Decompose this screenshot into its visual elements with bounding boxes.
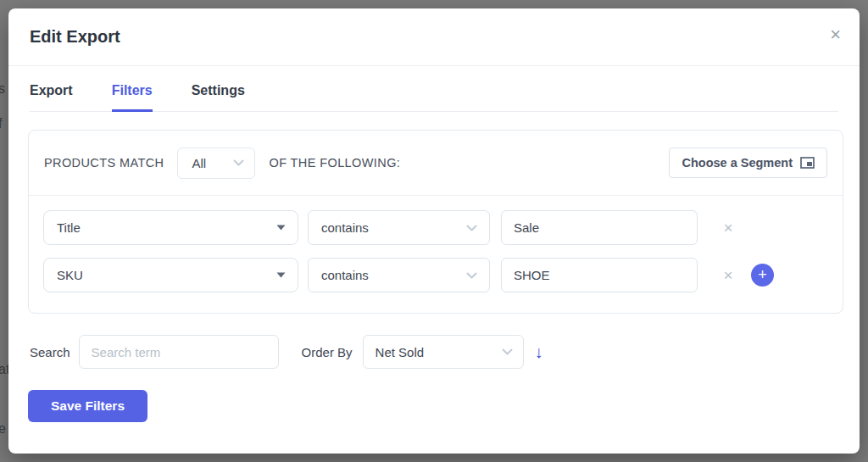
order-by-label: Order By: [302, 345, 353, 359]
filter-row: Title contains ×: [43, 210, 828, 245]
segment-icon: [800, 157, 815, 169]
filter-value-input[interactable]: [501, 210, 698, 245]
tab-bar: Export Filters Settings: [30, 66, 838, 112]
search-order-row: Search Order By Net Sold ↓: [30, 335, 838, 369]
modal-header: Edit Export ×: [8, 8, 860, 66]
choose-segment-button[interactable]: Choose a Segment: [669, 148, 827, 178]
operator-select[interactable]: contains: [308, 258, 490, 292]
operator-select[interactable]: contains: [308, 210, 490, 245]
order-by-value: Net Sold: [376, 345, 502, 359]
chevron-down-icon: [466, 272, 477, 279]
operator-select-value: contains: [321, 268, 466, 282]
remove-filter-icon[interactable]: ×: [720, 267, 737, 283]
caret-down-icon: [276, 225, 286, 231]
operator-select-value: contains: [321, 220, 466, 235]
chevron-down-icon: [466, 225, 477, 231]
of-the-following-label: OF THE FOLLOWING:: [269, 156, 400, 170]
choose-segment-label: Choose a Segment: [682, 156, 793, 170]
field-select[interactable]: SKU: [43, 258, 298, 292]
remove-filter-icon[interactable]: ×: [720, 220, 737, 236]
background-text-fragment: f: [0, 116, 2, 131]
products-match-label: PRODUCTS MATCH: [44, 156, 164, 170]
match-mode-value: All: [192, 156, 233, 170]
edit-export-modal: Edit Export × Export Filters Settings PR…: [8, 8, 860, 454]
filter-row: SKU contains × +: [43, 258, 828, 292]
search-label: Search: [30, 345, 70, 359]
tab-settings[interactable]: Settings: [192, 83, 245, 112]
sort-direction-arrow-icon[interactable]: ↓: [535, 343, 543, 360]
filter-rows: Title contains × SKU contains: [29, 196, 843, 307]
caret-down-icon: [276, 272, 286, 278]
close-icon[interactable]: ×: [830, 25, 841, 44]
save-filters-button[interactable]: Save Filters: [28, 390, 147, 422]
filter-panel: PRODUCTS MATCH All OF THE FOLLOWING: Cho…: [28, 130, 843, 314]
tab-export[interactable]: Export: [30, 83, 73, 112]
match-mode-select[interactable]: All: [177, 148, 255, 179]
field-select[interactable]: Title: [43, 210, 298, 245]
field-select-value: Title: [57, 220, 276, 235]
field-select-value: SKU: [57, 268, 276, 282]
modal-title: Edit Export: [30, 27, 120, 47]
background-text-fragment: e: [0, 421, 6, 437]
tab-filters[interactable]: Filters: [112, 83, 153, 112]
filter-value-input[interactable]: [501, 258, 698, 292]
chevron-down-icon: [502, 348, 513, 355]
order-by-select[interactable]: Net Sold: [363, 335, 524, 369]
background-text-fragment: s: [0, 81, 5, 97]
filter-panel-header: PRODUCTS MATCH All OF THE FOLLOWING: Cho…: [29, 131, 843, 196]
chevron-down-icon: [233, 159, 244, 166]
add-filter-button[interactable]: +: [751, 264, 774, 287]
search-input[interactable]: [79, 335, 279, 369]
